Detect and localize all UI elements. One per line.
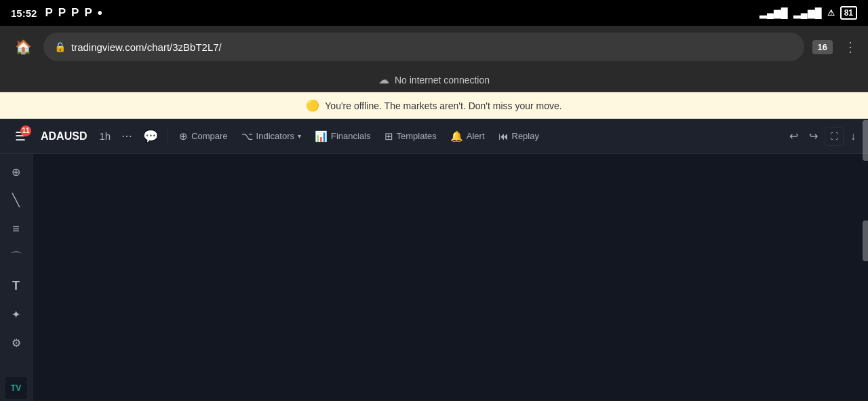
indicators-button[interactable]: ⌥ Indicators ▾ <box>236 128 307 145</box>
warning-triangle-icon: ⚠ <box>827 8 835 18</box>
sidebar-crosshair-button[interactable]: ⊕ <box>4 159 28 184</box>
symbol-label[interactable]: ADAUSD <box>41 130 87 142</box>
undo-button[interactable]: ↩ <box>785 127 802 145</box>
compare-label: Compare <box>191 131 227 141</box>
signal-icon-2: ▂▄▆█ <box>793 7 822 18</box>
app-icon-2: P <box>58 6 66 20</box>
indicators-chevron-icon: ▾ <box>298 132 301 140</box>
financials-icon: 📊 <box>315 130 328 142</box>
status-right: ▂▄▆█ ▂▄▆█ ⚠ 81 <box>760 6 857 20</box>
alert-button[interactable]: 🔔 Alert <box>445 128 490 145</box>
app-icon-1: P <box>45 6 52 20</box>
templates-button[interactable]: ⊞ Templates <box>379 128 442 145</box>
app-icon-3: P <box>71 6 79 20</box>
more-options-icon[interactable]: ⋯ <box>117 127 136 145</box>
compare-button[interactable]: ⊕ Compare <box>174 128 233 145</box>
sidebar-node-button[interactable]: ✦ <box>4 302 28 326</box>
offline-banner: ☁ No internet connection <box>0 68 868 92</box>
home-button[interactable]: 🏠 <box>11 35 35 59</box>
templates-label: Templates <box>397 131 437 141</box>
browser-bar: 🏠 🔒 tradingview.com/chart/3zBbT2L7/ 16 ⋮ <box>0 26 868 68</box>
notification-badge: 11 <box>20 126 31 136</box>
timeframe-button[interactable]: 1h <box>95 128 115 145</box>
url-bar[interactable]: 🔒 tradingview.com/chart/3zBbT2L7/ <box>43 33 804 61</box>
offline-text: No internet connection <box>395 75 490 85</box>
financials-button[interactable]: 📊 Financials <box>309 128 376 145</box>
sidebar-bottom: TV <box>5 377 27 399</box>
more-button[interactable]: ↓ <box>846 128 860 145</box>
templates-icon: ⊞ <box>384 130 393 142</box>
chart-toolbar: ☰ 11 ADAUSD 1h ⋯ 💬 ⊕ Compare ⌥ Indicator… <box>0 119 868 154</box>
cloud-offline-icon: ☁ <box>378 73 389 86</box>
hamburger-button[interactable]: ☰ 11 <box>8 124 33 149</box>
indicators-icon: ⌥ <box>241 130 253 142</box>
sidebar-text-button[interactable]: T <box>4 273 28 298</box>
sidebar-line-button[interactable]: ╲ <box>4 188 28 212</box>
alert-label: Alert <box>467 131 485 141</box>
sidebar-curve-button[interactable]: ⌒ <box>4 245 28 269</box>
signal-icon: ▂▄▆█ <box>760 7 788 18</box>
swipe-handle-top <box>863 120 868 161</box>
dot-indicator: • <box>98 5 102 21</box>
alert-bell-icon: 🔔 <box>450 130 463 142</box>
compare-icon: ⊕ <box>179 130 188 142</box>
replay-icon: ⏮ <box>498 130 509 142</box>
indicators-label: Indicators <box>256 131 294 141</box>
sidebar-horizontal-line-button[interactable]: ≡ <box>4 216 28 241</box>
browser-menu-button[interactable]: ⋮ <box>844 39 857 55</box>
financials-label: Financials <box>331 131 371 141</box>
toolbar-right: ↩ ↪ ⛶ ↓ <box>785 127 860 146</box>
app-icon-4: P <box>84 6 92 20</box>
url-text: tradingview.com/chart/3zBbT2L7/ <box>71 41 222 53</box>
tradingview-logo: TV <box>5 377 27 399</box>
fullscreen-button[interactable]: ⛶ <box>825 127 844 146</box>
warning-icon: 🟡 <box>306 99 319 112</box>
replay-label: Replay <box>512 131 539 141</box>
left-sidebar: ⊕ ╲ ≡ ⌒ T ✦ ⚙ TV <box>0 154 33 401</box>
warning-text: You're offline. The markets aren't. Don'… <box>325 100 561 111</box>
app-icons: P P P P • <box>45 5 102 21</box>
tab-count[interactable]: 16 <box>812 40 833 54</box>
battery-indicator: 81 <box>840 6 857 20</box>
offline-warning-bar: 🟡 You're offline. The markets aren't. Do… <box>0 92 868 119</box>
replay-button[interactable]: ⏮ Replay <box>493 128 545 145</box>
sidebar-multi-tool-button[interactable]: ⚙ <box>4 330 28 355</box>
status-time: 15:52 <box>11 7 37 19</box>
toolbar-separator <box>167 128 168 145</box>
redo-button[interactable]: ↪ <box>805 127 822 145</box>
chart-container: 🟡 You're offline. The markets aren't. Do… <box>0 92 868 400</box>
lock-icon: 🔒 <box>54 41 66 52</box>
status-bar: 15:52 P P P P • ▂▄▆█ ▂▄▆█ ⚠ 81 <box>0 0 868 26</box>
chat-icon[interactable]: 💬 <box>139 126 162 147</box>
swipe-handle-bottom <box>863 221 868 261</box>
